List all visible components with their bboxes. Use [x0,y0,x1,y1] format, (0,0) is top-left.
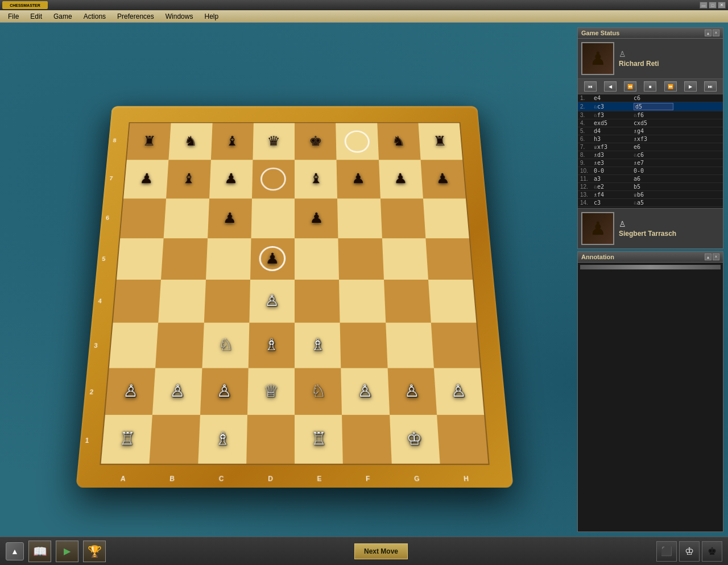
scroll-up-button[interactable]: ▲ [6,542,24,560]
move-black-2[interactable]: d5 [634,103,673,110]
square-h7[interactable] [420,160,466,198]
btn-step-back[interactable]: ⏪ [624,81,636,92]
next-move-button[interactable]: Next Move [354,543,408,559]
move-row-7[interactable]: 7. ♕xf3 e6 [578,143,723,151]
square-b8[interactable] [168,123,212,160]
square-f3[interactable] [340,323,387,368]
btn-prev[interactable]: ◀ [604,81,617,92]
square-d1[interactable] [246,415,294,464]
square-a7[interactable] [123,160,169,198]
square-e8[interactable] [295,123,337,160]
square-b1[interactable] [149,415,200,464]
square-f7[interactable] [336,160,380,198]
square-b2[interactable] [152,368,202,415]
square-a6[interactable] [120,198,166,238]
square-a3[interactable] [109,323,158,368]
square-d8[interactable] [253,123,295,160]
annotation-close[interactable]: ✕ [713,254,719,260]
btn-stop[interactable]: ■ [644,81,656,92]
game-status-close[interactable]: ✕ [713,30,719,36]
minimize-button[interactable]: — [700,2,708,9]
square-c8[interactable] [210,123,253,160]
square-a8[interactable] [126,123,171,160]
move-list[interactable]: 1. e4 c6 2. ♘c3 d5 3. ♘f3 ♘f6 4. exd5 [578,94,723,208]
move-row-9[interactable]: 9. ♗e3 ♗e7 [578,159,723,167]
menu-windows[interactable]: Windows [160,11,199,22]
square-g6[interactable] [380,198,425,238]
square-d2[interactable] [247,368,294,415]
square-d5[interactable] [250,238,294,280]
move-row-5[interactable]: 5. d4 ♗g4 [578,127,723,135]
move-row-8[interactable]: 8. ♗d3 ♘c6 [578,151,723,159]
square-c2[interactable] [200,368,248,415]
square-b5[interactable] [161,238,207,280]
btn-rewind[interactable]: ⏮ [584,81,597,92]
square-c3[interactable] [201,323,249,368]
square-e7[interactable] [295,160,337,198]
menu-edit[interactable]: Edit [24,11,48,22]
square-h6[interactable] [423,198,469,238]
square-e6[interactable] [295,198,338,238]
annotation-controls[interactable]: ▲ ✕ [705,254,719,260]
square-h8[interactable] [418,123,462,160]
square-a4[interactable] [113,280,161,323]
menu-actions[interactable]: Actions [78,11,111,22]
annotation-expand[interactable]: ▲ [705,254,712,260]
square-d6[interactable] [251,198,295,238]
menu-file[interactable]: File [2,11,24,22]
move-row-13[interactable]: 13. ♗f4 ♕b6 [578,191,723,199]
square-c7[interactable] [209,160,253,198]
move-row-14[interactable]: 14. c3 ♘a5 [578,199,723,207]
square-b7[interactable] [166,160,210,198]
move-row-2[interactable]: 2. ♘c3 d5 [578,102,723,111]
square-b4[interactable] [158,280,205,323]
move-row-4[interactable]: 4. exd5 cxd5 [578,119,723,127]
menu-help[interactable]: Help [198,11,224,22]
square-a2[interactable] [105,368,155,415]
square-g4[interactable] [383,280,431,323]
square-g5[interactable] [382,238,428,280]
square-f5[interactable] [338,238,383,280]
square-f8[interactable] [336,123,378,160]
play-button[interactable]: ▶ [56,541,78,562]
btn-step-fwd[interactable]: ⏩ [664,81,677,92]
square-e2[interactable] [295,368,342,415]
square-h5[interactable] [425,238,473,280]
square-h2[interactable] [433,368,484,415]
square-a1[interactable] [101,415,152,464]
move-row-10[interactable]: 10. 0-0 0-0 [578,167,723,175]
board-view-button[interactable]: ⬛ [656,541,677,562]
game-status-controls[interactable]: ▲ ✕ [705,30,719,36]
black-piece-button[interactable]: ♚ [702,541,722,562]
game-status-expand[interactable]: ▲ [705,30,712,36]
square-g7[interactable] [378,160,423,198]
square-b6[interactable] [163,198,209,238]
square-h3[interactable] [431,323,480,368]
square-e5[interactable] [295,238,339,280]
move-row-11[interactable]: 11. a3 a6 [578,175,723,183]
chess-board[interactable] [100,122,490,465]
square-g1[interactable] [389,415,440,464]
square-d4[interactable] [249,280,295,323]
square-e1[interactable] [295,415,343,464]
trophy-button[interactable]: 🏆 [83,541,106,562]
square-b3[interactable] [155,323,204,368]
annotation-scrollbar[interactable] [580,265,721,269]
book-button[interactable]: 📖 [28,541,51,562]
square-c5[interactable] [205,238,251,280]
move-row-3[interactable]: 3. ♘f3 ♘f6 [578,111,723,119]
square-e3[interactable] [295,323,341,368]
maximize-button[interactable]: □ [709,2,717,9]
square-f1[interactable] [342,415,391,464]
square-h1[interactable] [436,415,488,464]
square-f2[interactable] [341,368,389,415]
square-f6[interactable] [337,198,382,238]
square-h4[interactable] [428,280,476,323]
square-g8[interactable] [377,123,420,160]
title-bar-controls[interactable]: — □ ✕ [700,2,726,9]
square-d7[interactable] [251,160,294,198]
move-row-1[interactable]: 1. e4 c6 [578,94,723,102]
square-f4[interactable] [339,280,385,323]
btn-fast-fwd[interactable]: ⏭ [704,81,717,92]
square-c4[interactable] [204,280,250,323]
